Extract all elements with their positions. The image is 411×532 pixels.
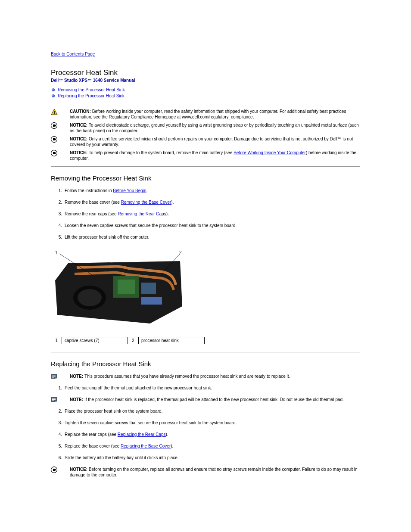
- replace-step-3: 3.Tighten the seven captive screws that …: [51, 420, 360, 426]
- notice-service: NOTICE: Only a certified service technic…: [51, 136, 360, 147]
- notice-icon: [51, 150, 63, 156]
- svg-rect-11: [118, 280, 135, 294]
- notice-battery: NOTICE: To help prevent damage to the sy…: [51, 150, 360, 161]
- remove-step-5: Lift the processor heat sink off the com…: [51, 234, 360, 240]
- toc-remove-link[interactable]: Removing the Processor Heat Sink: [58, 87, 125, 92]
- svg-rect-14: [141, 283, 156, 294]
- replace-step-2: 2.Place the processor heat sink on the s…: [51, 408, 360, 414]
- note-procedure: NOTE: This procedure assumes that you ha…: [51, 373, 360, 379]
- notice3-pre: To help prevent damage to the system boa…: [89, 150, 234, 155]
- remove-step-1: Follow the instructions in Before You Be…: [51, 188, 360, 193]
- removing-rear-caps-link[interactable]: Removing the Rear Caps: [118, 212, 166, 216]
- legend-num-2: 2: [128, 337, 139, 344]
- remove-step-2: Remove the base cover (see Removing the …: [51, 199, 360, 205]
- manual-title: Dell™ Studio XPS™ 1640 Service Manual: [51, 78, 360, 83]
- replace-step-4: 4.Replace the rear caps (see Replacing t…: [51, 432, 360, 437]
- svg-rect-1: [54, 111, 55, 113]
- caution-text: Before working inside your computer, rea…: [70, 109, 346, 119]
- note1-label: NOTE:: [70, 374, 84, 379]
- replace-step-6: 6.Slide the battery into the battery bay…: [51, 455, 360, 460]
- note2-text: If the processor heat sink is replaced, …: [84, 397, 344, 402]
- before-you-begin-link[interactable]: Before You Begin: [113, 188, 146, 193]
- replacing-base-cover-link[interactable]: Replacing the Base Cover: [121, 444, 171, 448]
- toc-replace-link[interactable]: Replacing the Processor Heat Sink: [58, 93, 125, 98]
- notice-esd: NOTICE: To avoid electrostatic discharge…: [51, 122, 360, 134]
- replace-notice-text: Before turning on the computer, replace …: [70, 467, 358, 477]
- caution-notice: CAUTION: Before working inside your comp…: [51, 109, 360, 120]
- heatsink-photo: 1 2: [51, 250, 184, 326]
- legend-label-2: processor heat sink: [139, 337, 205, 344]
- page-title: Processor Heat Sink: [51, 68, 360, 77]
- replace-step-1: 1.Peel the backing off the thermal pad a…: [51, 385, 360, 391]
- replace-notice-label: NOTICE:: [70, 467, 89, 472]
- notice-icon: [51, 136, 63, 143]
- notice2-label: NOTICE:: [70, 137, 89, 141]
- notice1-text: To avoid electrostatic discharge, ground…: [70, 123, 359, 133]
- notice1-label: NOTICE:: [70, 123, 89, 128]
- svg-rect-15: [141, 297, 162, 305]
- svg-point-13: [78, 289, 102, 306]
- caution-label: CAUTION:: [70, 109, 92, 114]
- note2-label: NOTE:: [70, 397, 84, 402]
- remove-step-3: Remove the rear caps (see Removing the R…: [51, 211, 360, 217]
- notice3-label: NOTICE:: [70, 150, 89, 155]
- before-working-link[interactable]: Before Working Inside Your Computer: [234, 150, 306, 155]
- callout-legend-table: 1 captive screws (7) 2 processor heat si…: [51, 337, 205, 344]
- back-to-contents-link[interactable]: Back to Contents Page: [51, 52, 95, 56]
- notice-icon: [51, 122, 63, 129]
- notice-replace-screws: NOTICE: Before turning on the computer, …: [51, 467, 360, 478]
- notice-icon: [51, 467, 63, 473]
- remove-heading: Removing the Processor Heat Sink: [51, 174, 360, 182]
- legend-label-1: captive screws (7): [62, 337, 128, 344]
- replace-heading: Replacing the Processor Heat Sink: [51, 360, 360, 367]
- caution-icon: [51, 109, 63, 115]
- legend-num-1: 1: [51, 337, 62, 344]
- divider: [51, 166, 360, 167]
- divider: [51, 352, 360, 352]
- notice2-text: Only a certified service technician shou…: [70, 137, 353, 147]
- removing-base-cover-link[interactable]: Removing the Base Cover: [121, 200, 171, 205]
- callout-1: 1: [55, 250, 58, 255]
- callout-2: 2: [179, 250, 182, 255]
- remove-step-4: Loosen the seven captive screws that sec…: [51, 223, 360, 228]
- note-icon: [51, 397, 63, 402]
- replacing-rear-caps-link[interactable]: Replacing the Rear Caps: [118, 432, 166, 437]
- note1-text: This procedure assumes that you have alr…: [84, 374, 290, 379]
- note-icon: [51, 373, 63, 379]
- svg-rect-2: [54, 113, 55, 114]
- replace-step-5: 5.Replace the base cover (see Replacing …: [51, 443, 360, 449]
- note-thermalpad: NOTE: If the processor heat sink is repl…: [51, 397, 360, 402]
